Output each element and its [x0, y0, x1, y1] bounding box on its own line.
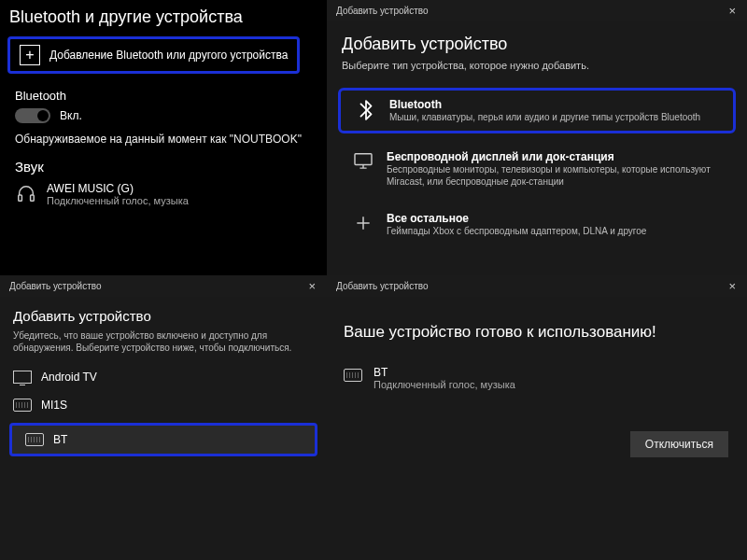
dialog-window-title: Добавить устройство — [9, 281, 102, 291]
connected-device-row: BT Подключенный голос, музыка — [327, 360, 747, 411]
close-icon[interactable]: × — [304, 279, 319, 293]
headset-icon — [15, 183, 37, 205]
add-device-list-dialog: Добавить устройство × Добавить устройств… — [0, 275, 327, 560]
device-mi1s[interactable]: MI1S — [0, 391, 327, 419]
keyboard-icon — [344, 369, 362, 382]
ready-heading: Ваше устройство готово к использованию! — [327, 297, 747, 360]
device-label: MI1S — [41, 399, 67, 412]
dialog-subtitle: Убедитесь, что ваше устройство включено … — [0, 329, 327, 363]
dialog-title-bar: Добавить устройство × — [327, 275, 747, 297]
option-everything-else[interactable]: Все остальное Геймпады Xbox с беспроводн… — [338, 204, 736, 245]
tv-icon — [13, 371, 32, 384]
settings-bluetooth-panel: Bluetooth и другие устройства + Добавлен… — [0, 0, 327, 275]
device-status: Подключенный голос, музыка — [47, 195, 189, 206]
toggle-track — [15, 108, 50, 123]
option-title: Все остальное — [387, 212, 646, 225]
device-name: BT — [374, 366, 515, 379]
option-title: Беспроводной дисплей или док-станция — [387, 150, 723, 163]
close-icon[interactable]: × — [725, 279, 740, 293]
device-ready-dialog: Добавить устройство × Ваше устройство го… — [327, 275, 747, 560]
audio-device-row[interactable]: AWEI MUSIC (G) Подключенный голос, музык… — [15, 182, 327, 206]
svg-rect-2 — [355, 154, 372, 165]
keyboard-icon — [13, 399, 32, 412]
device-label: BT — [53, 433, 67, 446]
option-sub: Мыши, клавиатуры, перья или аудио и друг… — [389, 111, 700, 123]
keyboard-icon — [25, 433, 44, 446]
plus-icon: + — [20, 45, 40, 65]
add-device-type-dialog: Добавить устройство × Добавить устройств… — [327, 0, 747, 275]
dialog-heading: Добавить устройство — [0, 297, 327, 329]
dialog-title-bar: Добавить устройство × — [0, 275, 327, 297]
svg-rect-1 — [31, 195, 35, 201]
option-bluetooth[interactable]: Bluetooth Мыши, клавиатуры, перья или ау… — [338, 88, 736, 133]
dialog-subtitle: Выберите тип устройства, которое нужно д… — [327, 60, 747, 88]
device-name: AWEI MUSIC (G) — [47, 182, 189, 195]
dialog-window-title: Добавить устройство — [336, 281, 429, 291]
svg-rect-0 — [19, 195, 22, 201]
bluetooth-toggle[interactable]: Вкл. — [15, 108, 327, 123]
option-title: Bluetooth — [389, 98, 700, 111]
dialog-title-bar: Добавить устройство × — [327, 0, 747, 21]
option-wireless-display[interactable]: Беспроводной дисплей или док-станция Бес… — [338, 143, 736, 195]
dialog-window-title: Добавить устройство — [336, 6, 429, 16]
toggle-state-label: Вкл. — [60, 109, 82, 122]
page-title: Bluetooth и другие устройства — [0, 0, 327, 36]
device-bt[interactable]: BT — [9, 423, 317, 456]
sound-header: Звук — [15, 159, 327, 175]
device-label: Android TV — [41, 371, 97, 384]
close-icon[interactable]: × — [725, 4, 740, 18]
add-device-label: Добавление Bluetooth или другого устройс… — [49, 49, 288, 62]
disconnect-button[interactable]: Отключиться — [630, 431, 728, 457]
monitor-icon — [351, 150, 375, 169]
plus-icon — [351, 212, 375, 232]
bluetooth-section-label: Bluetooth — [15, 89, 327, 103]
add-device-button[interactable]: + Добавление Bluetooth или другого устро… — [7, 36, 300, 74]
option-sub: Беспроводные мониторы, телевизоры и комп… — [387, 163, 723, 188]
device-android-tv[interactable]: Android TV — [0, 363, 327, 391]
bluetooth-icon — [354, 98, 378, 120]
device-status: Подключенный голос, музыка — [374, 379, 515, 390]
discoverable-text: Обнаруживаемое на данный момент как "NOU… — [15, 133, 327, 146]
dialog-heading: Добавить устройство — [327, 21, 747, 60]
option-sub: Геймпады Xbox с беспроводным адаптером, … — [387, 225, 646, 237]
